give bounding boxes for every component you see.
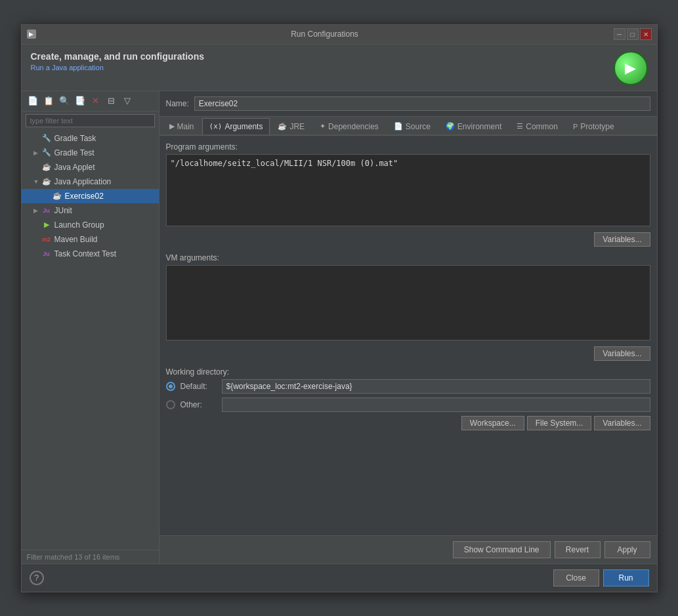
tab-environment[interactable]: 🌍 Environment: [438, 118, 509, 134]
junit-icon: Ju: [41, 205, 52, 216]
close-button[interactable]: Close: [553, 569, 599, 586]
program-variables-button[interactable]: Variables...: [594, 232, 650, 247]
filter-input[interactable]: [26, 114, 155, 127]
other-radio[interactable]: [166, 400, 175, 409]
sidebar-toolbar: 📄 📋 🔍 📑 ✕ ⊟ ▽: [22, 91, 159, 112]
run-icon: ▶: [614, 51, 648, 85]
program-args-label: Program arguments:: [166, 142, 650, 152]
title-bar: ▶ Run Configurations ─ □ ✕: [22, 25, 657, 45]
tree-item-task-context-test[interactable]: Ju Task Context Test: [22, 247, 159, 261]
name-label: Name:: [166, 99, 189, 108]
header-title: Create, manage, and run configurations: [31, 51, 205, 62]
footer: ? Close Run: [22, 564, 657, 592]
copy-config-button[interactable]: 📑: [73, 94, 87, 108]
other-value-input[interactable]: [222, 398, 650, 412]
tab-dependencies[interactable]: ✦ Dependencies: [312, 118, 386, 134]
tab-source[interactable]: 📄 Source: [387, 118, 438, 134]
tree-item-gradle-task[interactable]: 🔧 Gradle Task: [22, 131, 159, 146]
task-context-test-icon: Ju: [41, 249, 52, 259]
config-name-input[interactable]: [194, 96, 650, 111]
vm-variables-button[interactable]: Variables...: [594, 346, 650, 361]
exercise02-icon: ☕: [52, 191, 62, 201]
config-tabs: ▶ Main (x) Arguments ☕ JRE ✦ Dependencie…: [159, 117, 657, 136]
name-row: Name:: [159, 91, 657, 117]
gradle-task-icon: 🔧: [41, 133, 52, 144]
show-command-line-button[interactable]: Show Command Line: [453, 541, 551, 558]
right-panel: Name: ▶ Main (x) Arguments ☕ JRE ✦: [159, 91, 657, 564]
workspace-button[interactable]: Workspace...: [461, 416, 524, 430]
search-config-button[interactable]: 🔍: [57, 94, 72, 108]
apply-button[interactable]: Apply: [604, 541, 650, 558]
main-content: 📄 📋 🔍 📑 ✕ ⊟ ▽ 🔧 Gradle Task ▶: [22, 91, 657, 564]
vm-args-label: VM arguments:: [166, 253, 650, 262]
vm-args-wrapper: [166, 265, 650, 342]
filesystem-button[interactable]: File System...: [527, 416, 592, 430]
java-application-icon: ☕: [41, 176, 52, 187]
maven-build-icon: m2: [41, 234, 52, 245]
sidebar: 📄 📋 🔍 📑 ✕ ⊟ ▽ 🔧 Gradle Task ▶: [22, 91, 159, 564]
tab-jre[interactable]: ☕ JRE: [270, 118, 312, 134]
collapse-all-button[interactable]: ⊟: [104, 94, 119, 108]
working-directory-section: Working directory: Default: Other: Works…: [166, 367, 650, 430]
arguments-tab-content: Program arguments: Variables... VM argum…: [159, 136, 657, 535]
launch-group-icon: ▶: [41, 220, 52, 230]
tree-item-maven-build[interactable]: m2 Maven Build: [22, 232, 159, 247]
tree-item-launch-group[interactable]: ▶ Launch Group: [22, 218, 159, 232]
tab-prototype[interactable]: P Prototype: [566, 118, 622, 134]
tree-item-java-application[interactable]: ▼ ☕ Java Application: [22, 175, 159, 189]
maximize-button[interactable]: □: [627, 28, 639, 40]
help-button[interactable]: ?: [30, 571, 44, 585]
new-from-proto-button[interactable]: 📋: [41, 94, 56, 108]
tree-item-java-applet[interactable]: ☕ Java Applet: [22, 160, 159, 175]
close-window-button[interactable]: ✕: [640, 28, 652, 40]
tree-item-gradle-test[interactable]: ▶ 🔧 Gradle Test: [22, 146, 159, 160]
config-tree: 🔧 Gradle Task ▶ 🔧 Gradle Test ☕ Java App…: [22, 130, 159, 550]
default-radio-row: Default:: [166, 379, 650, 394]
working-dir-label: Working directory:: [166, 367, 650, 377]
other-radio-label: Other:: [180, 400, 217, 409]
other-radio-row: Other:: [166, 398, 650, 412]
minimize-button[interactable]: ─: [614, 28, 625, 40]
run-button[interactable]: Run: [603, 569, 649, 586]
tree-item-exercise02[interactable]: ☕ Exercise02: [22, 189, 159, 203]
tree-item-junit[interactable]: ▶ Ju JUnit: [22, 203, 159, 218]
new-config-button[interactable]: 📄: [26, 94, 40, 108]
default-radio-label: Default:: [180, 382, 217, 391]
header: Create, manage, and run configurations R…: [22, 45, 657, 91]
wd-variables-button[interactable]: Variables...: [594, 416, 650, 430]
default-radio[interactable]: [166, 382, 175, 391]
action-bar: Show Command Line Revert Apply: [159, 535, 657, 564]
run-configurations-window: ▶ Run Configurations ─ □ ✕ Create, manag…: [21, 24, 658, 592]
tab-main[interactable]: ▶ Main: [162, 118, 201, 134]
default-value-input[interactable]: [222, 379, 650, 394]
program-args-wrapper: [166, 154, 650, 228]
tab-arguments[interactable]: (x) Arguments: [202, 118, 270, 134]
revert-button[interactable]: Revert: [555, 541, 601, 558]
filter-button[interactable]: ▽: [120, 94, 135, 108]
header-subtitle[interactable]: Run a Java application: [31, 64, 205, 72]
java-applet-icon: ☕: [41, 162, 52, 173]
window-title: Run Configurations: [291, 30, 358, 39]
sidebar-status: Filter matched 13 of 16 items: [22, 550, 159, 564]
delete-config-button[interactable]: ✕: [89, 94, 103, 108]
window-icon: ▶: [27, 30, 36, 39]
program-args-textarea[interactable]: [166, 154, 650, 226]
vm-args-textarea[interactable]: [166, 265, 650, 340]
tab-common[interactable]: ☰ Common: [509, 118, 565, 134]
gradle-test-icon: 🔧: [41, 148, 52, 158]
